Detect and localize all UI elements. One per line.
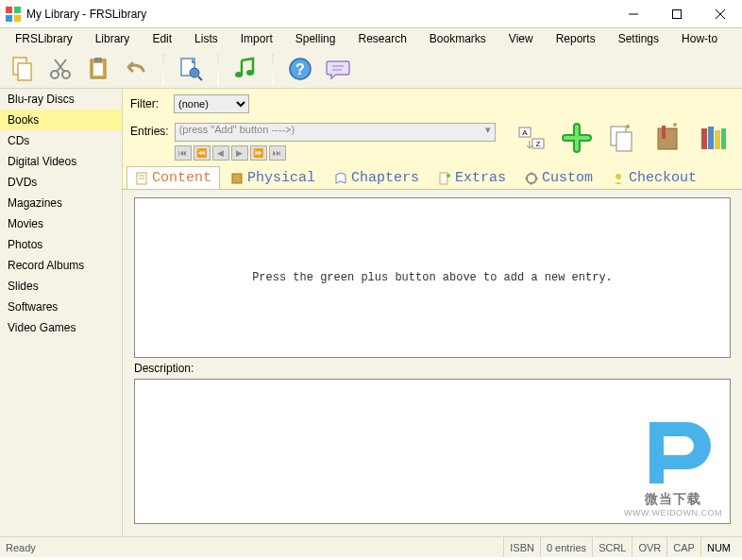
help-button[interactable]: ?: [285, 54, 315, 84]
svg-rect-3: [14, 15, 21, 22]
nav-next-fast-button[interactable]: ⏩: [250, 145, 267, 161]
svg-rect-0: [6, 7, 12, 13]
sidebar: Blu-ray Discs Books CDs Digital Videos D…: [0, 89, 123, 536]
svg-point-18: [190, 68, 199, 77]
entries-hint: Press the green plus button above to add…: [252, 271, 613, 284]
tab-physical[interactable]: Physical: [222, 166, 324, 189]
tabs: Content Physical Chapters Extras Custom …: [123, 164, 742, 190]
window-title: My Library - FRSLibrary: [26, 8, 612, 21]
statusbar: Ready ISBN 0 entries SCRL OVR CAP NUM: [0, 536, 742, 557]
tab-extras[interactable]: Extras: [430, 166, 514, 189]
svg-rect-41: [232, 174, 242, 183]
add-button[interactable]: [562, 123, 592, 153]
tab-custom[interactable]: Custom: [516, 166, 601, 189]
library-button[interactable]: [698, 123, 728, 153]
menu-lists[interactable]: Lists: [183, 30, 229, 47]
cut-button[interactable]: [45, 54, 76, 84]
find-button[interactable]: [176, 54, 206, 84]
tab-content[interactable]: Content: [126, 166, 220, 189]
entries-nav: ⏮ ⏪ ◀ ▶ ⏩ ⏭: [175, 145, 496, 161]
svg-rect-36: [715, 130, 720, 149]
sidebar-item-dvds[interactable]: DVDs: [0, 172, 122, 193]
menu-bookmarks[interactable]: Bookmarks: [418, 30, 497, 47]
filter-select[interactable]: (none): [174, 94, 249, 113]
minimize-button[interactable]: [612, 0, 655, 28]
nav-prev-fast-button[interactable]: ⏪: [194, 145, 211, 161]
copy-button[interactable]: [8, 54, 38, 84]
menu-frslibrary[interactable]: FRSLibrary: [4, 30, 84, 47]
undo-button[interactable]: [121, 54, 151, 84]
status-cap: CAP: [666, 537, 700, 557]
app-logo-icon: [6, 7, 21, 22]
status-ovr: OVR: [632, 537, 666, 557]
titlebar: My Library - FRSLibrary: [0, 0, 742, 28]
svg-text:A: A: [522, 128, 528, 137]
svg-point-21: [246, 70, 254, 76]
menu-import[interactable]: Import: [229, 30, 284, 47]
sidebar-item-bluray[interactable]: Blu-ray Discs: [0, 89, 122, 110]
bookmark-button[interactable]: [652, 123, 683, 153]
filter-label: Filter:: [130, 97, 168, 110]
menu-library[interactable]: Library: [84, 30, 142, 47]
sidebar-item-digital-videos[interactable]: Digital Videos: [0, 151, 122, 172]
close-button[interactable]: [699, 0, 742, 28]
svg-rect-9: [18, 63, 31, 80]
menu-edit[interactable]: Edit: [141, 30, 183, 47]
menu-settings[interactable]: Settings: [607, 30, 670, 47]
svg-line-13: [55, 59, 64, 72]
svg-rect-42: [440, 173, 447, 184]
menu-spelling[interactable]: Spelling: [284, 30, 347, 47]
svg-rect-34: [701, 128, 707, 149]
menu-research[interactable]: Research: [346, 30, 417, 47]
svg-rect-37: [721, 128, 726, 149]
svg-text:Z: Z: [535, 140, 540, 148]
menu-reports[interactable]: Reports: [545, 30, 607, 47]
music-button[interactable]: [230, 54, 261, 84]
status-scrl: SCRL: [592, 537, 632, 557]
svg-rect-31: [616, 132, 632, 151]
sidebar-item-books[interactable]: Books: [0, 110, 122, 130]
status-ready: Ready: [6, 542, 36, 553]
sidebar-item-photos[interactable]: Photos: [0, 234, 122, 255]
svg-rect-16: [93, 63, 103, 76]
toolbar-separator: [162, 54, 164, 84]
entries-list: Press the green plus button above to add…: [134, 197, 731, 358]
sidebar-item-magazines[interactable]: Magazines: [0, 193, 122, 213]
menu-howto[interactable]: How-to: [670, 30, 729, 47]
sidebar-item-movies[interactable]: Movies: [0, 213, 122, 234]
sort-button[interactable]: AZ: [516, 123, 547, 153]
sidebar-item-slides[interactable]: Slides: [0, 276, 122, 297]
watermark-url: WWW.WEIDOWN.COM: [624, 508, 722, 518]
menu-view[interactable]: View: [497, 30, 545, 47]
nav-prev-button[interactable]: ◀: [212, 145, 229, 161]
description-box[interactable]: 微当下载 WWW.WEIDOWN.COM: [134, 379, 731, 524]
nav-last-button[interactable]: ⏭: [269, 145, 286, 161]
paste-button[interactable]: [83, 54, 113, 84]
watermark-text: 微当下载: [624, 491, 722, 508]
duplicate-button[interactable]: [607, 123, 637, 153]
filter-row: Filter: (none): [123, 89, 742, 119]
svg-line-12: [57, 59, 66, 72]
svg-rect-2: [6, 15, 12, 22]
status-isbn: ISBN: [503, 537, 540, 557]
watermark: 微当下载 WWW.WEIDOWN.COM: [624, 413, 722, 518]
entries-row: Entries: (press "Add" button ---->) ▾ ⏮ …: [123, 119, 742, 164]
sidebar-item-cds[interactable]: CDs: [0, 130, 122, 151]
nav-first-button[interactable]: ⏮: [175, 145, 192, 161]
sidebar-item-video-games[interactable]: Video Games: [0, 317, 122, 338]
toolbar-separator: [272, 54, 274, 84]
svg-point-45: [616, 174, 621, 179]
nav-next-button[interactable]: ▶: [231, 145, 248, 161]
sidebar-item-softwares[interactable]: Softwares: [0, 297, 122, 317]
svg-rect-5: [673, 9, 682, 18]
chat-button[interactable]: [323, 54, 353, 84]
entries-dropdown[interactable]: (press "Add" button ---->) ▾: [175, 123, 496, 142]
svg-rect-1: [14, 7, 21, 13]
maximize-button[interactable]: [655, 0, 699, 28]
entries-label: Entries:: [130, 123, 169, 138]
tab-checkout[interactable]: Checkout: [603, 166, 705, 189]
toolbar: ?: [0, 49, 742, 89]
tab-chapters[interactable]: Chapters: [326, 166, 428, 189]
sidebar-item-record-albums[interactable]: Record Albums: [0, 255, 122, 276]
svg-rect-32: [658, 128, 677, 149]
